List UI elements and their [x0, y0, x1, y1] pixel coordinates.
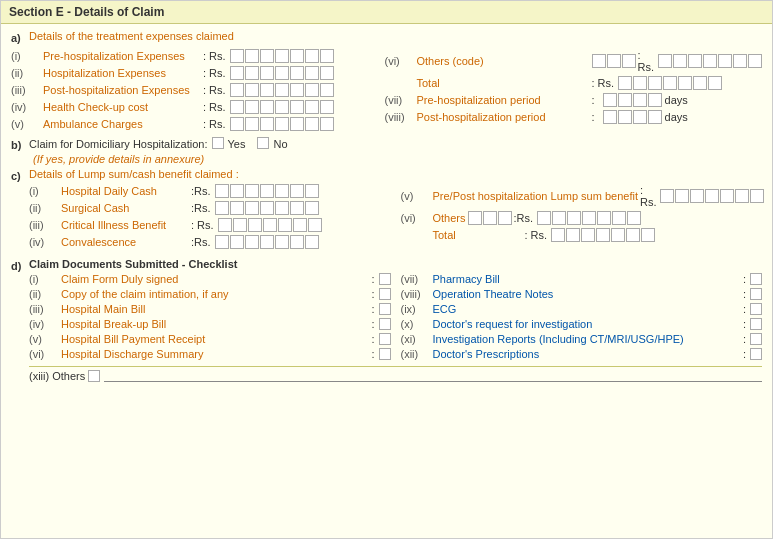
box[interactable]	[260, 117, 274, 131]
box[interactable]	[290, 49, 304, 63]
boxes-posthospital[interactable]	[230, 83, 334, 97]
box[interactable]	[748, 54, 762, 68]
box[interactable]	[607, 54, 621, 68]
box[interactable]	[260, 66, 274, 80]
box[interactable]	[215, 184, 229, 198]
box[interactable]	[275, 66, 289, 80]
box[interactable]	[245, 184, 259, 198]
box[interactable]	[678, 76, 692, 90]
box[interactable]	[483, 211, 497, 225]
box[interactable]	[290, 184, 304, 198]
box[interactable]	[693, 76, 707, 90]
box[interactable]	[215, 201, 229, 215]
box[interactable]	[290, 83, 304, 97]
box[interactable]	[275, 83, 289, 97]
box[interactable]	[290, 66, 304, 80]
cl-box-v[interactable]	[379, 333, 391, 345]
box[interactable]	[260, 83, 274, 97]
box[interactable]	[633, 110, 647, 124]
box[interactable]	[703, 54, 717, 68]
box[interactable]	[320, 83, 334, 97]
boxes-others-code-small[interactable]	[592, 54, 636, 68]
box[interactable]	[603, 110, 617, 124]
box[interactable]	[720, 189, 734, 203]
box[interactable]	[648, 110, 662, 124]
box[interactable]	[305, 235, 319, 249]
box[interactable]	[622, 54, 636, 68]
box[interactable]	[688, 54, 702, 68]
box[interactable]	[633, 76, 647, 90]
box[interactable]	[245, 100, 259, 114]
box[interactable]	[641, 228, 655, 242]
box[interactable]	[230, 100, 244, 114]
box[interactable]	[308, 218, 322, 232]
box[interactable]	[675, 189, 689, 203]
cl-box-vii[interactable]	[750, 273, 762, 285]
box[interactable]	[633, 93, 647, 107]
cl-box-x[interactable]	[750, 318, 762, 330]
box[interactable]	[245, 201, 259, 215]
box[interactable]	[305, 184, 319, 198]
box[interactable]	[305, 201, 319, 215]
box[interactable]	[305, 66, 319, 80]
boxes-ci[interactable]	[218, 218, 322, 232]
box[interactable]	[611, 228, 625, 242]
cl-box-xii[interactable]	[750, 348, 762, 360]
boxes-pre-period[interactable]	[603, 93, 662, 107]
cl-box-iii[interactable]	[379, 303, 391, 315]
box[interactable]	[750, 189, 764, 203]
box[interactable]	[735, 189, 749, 203]
box[interactable]	[597, 211, 611, 225]
box[interactable]	[320, 100, 334, 114]
boxes-total[interactable]	[618, 76, 722, 90]
boxes-others[interactable]	[658, 54, 762, 68]
box[interactable]	[230, 66, 244, 80]
box[interactable]	[260, 235, 274, 249]
box[interactable]	[263, 218, 277, 232]
box[interactable]	[626, 228, 640, 242]
box[interactable]	[245, 235, 259, 249]
box[interactable]	[260, 100, 274, 114]
box[interactable]	[648, 93, 662, 107]
boxes-pp[interactable]	[660, 189, 764, 203]
box[interactable]	[567, 211, 581, 225]
box[interactable]	[218, 218, 232, 232]
cl-box-i[interactable]	[379, 273, 391, 285]
box[interactable]	[275, 117, 289, 131]
box[interactable]	[245, 83, 259, 97]
box[interactable]	[627, 211, 641, 225]
box[interactable]	[230, 201, 244, 215]
box[interactable]	[290, 201, 304, 215]
box[interactable]	[618, 110, 632, 124]
box[interactable]	[582, 211, 596, 225]
box[interactable]	[603, 93, 617, 107]
box[interactable]	[537, 211, 551, 225]
box[interactable]	[290, 117, 304, 131]
box[interactable]	[248, 218, 262, 232]
no-checkbox[interactable]	[257, 137, 269, 151]
box[interactable]	[230, 117, 244, 131]
box[interactable]	[660, 189, 674, 203]
box[interactable]	[275, 235, 289, 249]
box[interactable]	[233, 218, 247, 232]
box[interactable]	[673, 54, 687, 68]
box[interactable]	[592, 54, 606, 68]
box[interactable]	[320, 49, 334, 63]
box[interactable]	[230, 235, 244, 249]
box[interactable]	[290, 235, 304, 249]
boxes-ambulance[interactable]	[230, 117, 334, 131]
box[interactable]	[305, 100, 319, 114]
box[interactable]	[498, 211, 512, 225]
box[interactable]	[705, 189, 719, 203]
box[interactable]	[733, 54, 747, 68]
box[interactable]	[596, 228, 610, 242]
box[interactable]	[648, 76, 662, 90]
boxes-prehospital[interactable]	[230, 49, 334, 63]
boxes-others-small-c[interactable]	[468, 211, 512, 225]
box[interactable]	[658, 54, 672, 68]
others-box[interactable]	[88, 370, 100, 382]
box[interactable]	[275, 201, 289, 215]
cl-box-ix[interactable]	[750, 303, 762, 315]
box[interactable]	[230, 49, 244, 63]
box[interactable]	[552, 211, 566, 225]
